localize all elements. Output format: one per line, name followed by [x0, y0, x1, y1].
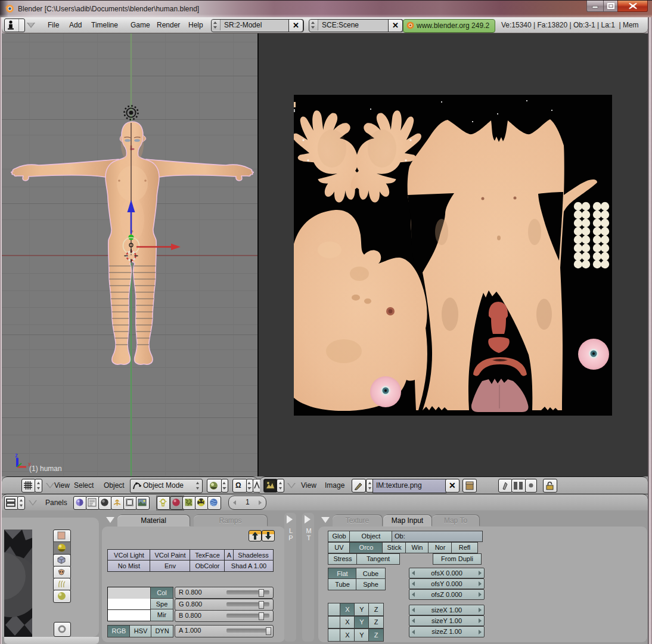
- svg-text:(1) human: (1) human: [29, 465, 62, 473]
- svg-text:z: z: [15, 452, 18, 459]
